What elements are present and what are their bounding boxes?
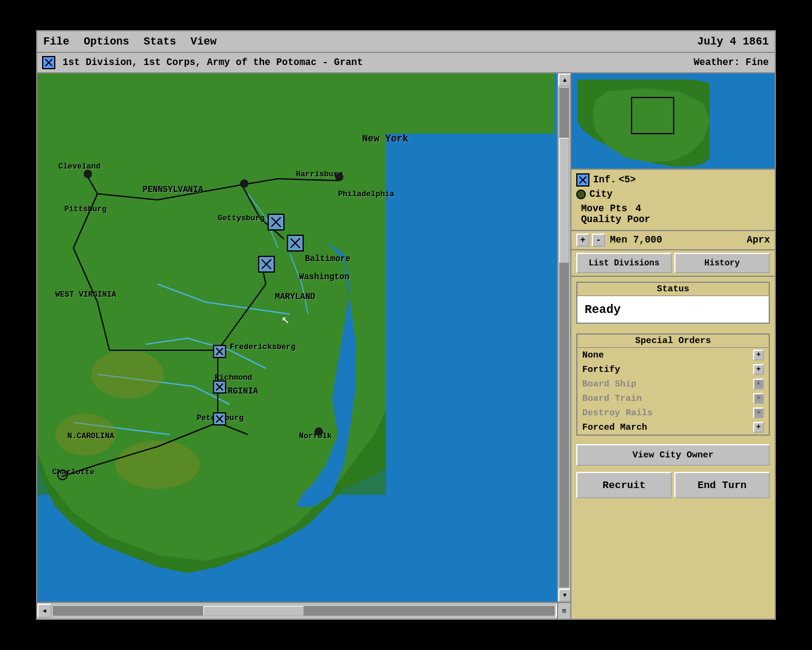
unit-infantry-2[interactable] xyxy=(258,256,275,273)
bottom-btn-row: Recruit End Turn xyxy=(576,472,770,498)
order-label-3: Board Train xyxy=(582,394,642,404)
plus-btn[interactable]: + xyxy=(576,234,589,247)
status-section: Status Ready xyxy=(576,282,770,324)
order-row-3: Board Train+ xyxy=(577,391,769,406)
right-panel: Inf. <5> City Move Pts 4 Quality Poor xyxy=(570,73,775,619)
svg-point-6 xyxy=(55,413,115,456)
list-divisions-btn[interactable]: List Divisions xyxy=(576,253,672,273)
menu-stats[interactable]: Stats xyxy=(144,36,176,48)
menu-view[interactable]: View xyxy=(191,36,217,48)
inf-value: <5> xyxy=(618,175,636,185)
svg-point-7 xyxy=(115,441,200,489)
unit-title: 1st Division, 1st Corps, Army of the Pot… xyxy=(42,56,363,69)
unit-inf-icon xyxy=(576,173,589,187)
svg-rect-28 xyxy=(710,79,775,169)
unit-infantry-5[interactable] xyxy=(213,380,226,394)
corner-resize-box[interactable]: ⊞ xyxy=(557,602,570,619)
move-pts-value: 4 xyxy=(635,203,641,214)
weather-display: Weather: Fine xyxy=(694,57,769,68)
scroll-left-btn[interactable]: ◄ xyxy=(37,604,52,618)
city-cleveland xyxy=(84,170,92,178)
city-label: City xyxy=(589,189,612,200)
history-btn[interactable]: History xyxy=(674,253,770,273)
menu-file[interactable]: File xyxy=(43,36,69,48)
map-svg xyxy=(37,73,570,619)
order-label-4: Destroy Rails xyxy=(582,408,653,418)
special-orders-title: Special Orders xyxy=(577,335,769,348)
h-scroll-track xyxy=(53,606,555,616)
unit-name-label: 1st Division, 1st Corps, Army of the Pot… xyxy=(63,57,363,68)
recruit-btn[interactable]: Recruit xyxy=(576,472,672,498)
buttons-row: List Divisions History xyxy=(571,250,775,277)
order-row-2: Board Ship+ xyxy=(577,377,769,391)
order-btn-4: + xyxy=(753,407,764,418)
order-btn-3: + xyxy=(753,393,764,404)
v-scroll-track xyxy=(559,88,569,587)
main-content: New York PENNSYLVANIA Philadelphia Harri… xyxy=(37,73,775,619)
city-row: City xyxy=(576,189,770,200)
unit-infantry-4[interactable] xyxy=(213,345,226,358)
menu-options[interactable]: Options xyxy=(84,36,129,48)
inf-label: Inf. xyxy=(593,175,616,185)
order-btn-0[interactable]: + xyxy=(753,350,764,361)
map-area[interactable]: New York PENNSYLVANIA Philadelphia Harri… xyxy=(37,73,570,619)
unit-infantry-3[interactable] xyxy=(268,214,285,231)
order-row-5[interactable]: Forced March+ xyxy=(577,420,769,435)
title-bar: 1st Division, 1st Corps, Army of the Pot… xyxy=(37,53,775,73)
order-label-0: None xyxy=(582,350,604,361)
unit-icon xyxy=(42,56,55,69)
view-city-owner-btn[interactable]: View City Owner xyxy=(576,444,770,466)
scroll-down-btn[interactable]: ▼ xyxy=(558,589,570,602)
order-row-1[interactable]: Fortify+ xyxy=(577,362,769,377)
city-icon xyxy=(576,190,586,199)
h-scrollbar: ◄ ► xyxy=(37,602,570,619)
game-window: File Options Stats View July 4 1861 1st … xyxy=(36,30,776,620)
move-pts-label: Move Pts xyxy=(581,203,627,214)
special-orders-section: Special Orders None+Fortify+Board Ship+B… xyxy=(576,333,770,436)
men-aprx: Aprx xyxy=(747,235,770,246)
move-quality: Move Pts 4 Quality Poor xyxy=(576,202,770,226)
order-label-1: Fortify xyxy=(582,365,620,375)
status-value: Ready xyxy=(577,296,769,323)
mini-map[interactable] xyxy=(571,73,775,170)
men-label: Men xyxy=(610,235,627,246)
quality-label: Quality Poor xyxy=(581,214,650,225)
order-row-0[interactable]: None+ xyxy=(577,348,769,362)
v-scrollbar: ▲ ▼ xyxy=(557,73,570,602)
order-label-5: Forced March xyxy=(582,422,647,433)
order-label-2: Board Ship xyxy=(582,379,636,389)
order-row-4: Destroy Rails+ xyxy=(577,406,769,420)
h-scroll-thumb[interactable] xyxy=(203,606,304,616)
date-display: July 4 1861 xyxy=(697,36,769,48)
order-btn-1[interactable]: + xyxy=(753,364,764,375)
inf-row: Inf. <5> xyxy=(576,173,770,187)
city-norfolk xyxy=(315,427,323,436)
minus-btn[interactable]: - xyxy=(592,234,605,247)
men-count: 7,000 xyxy=(633,235,662,246)
unit-infantry-1[interactable] xyxy=(287,235,304,252)
end-turn-btn[interactable]: End Turn xyxy=(674,472,770,498)
order-btn-5[interactable]: + xyxy=(753,422,764,433)
status-title: Status xyxy=(577,283,769,296)
men-row: + - Men 7,000 Aprx xyxy=(571,231,775,250)
svg-rect-4 xyxy=(386,134,555,619)
unit-infantry-6[interactable] xyxy=(213,412,226,426)
order-btn-2: + xyxy=(753,379,764,389)
svg-point-5 xyxy=(91,350,164,398)
city-dot-inner xyxy=(579,192,583,197)
city-charlotte xyxy=(57,469,68,480)
v-scroll-thumb[interactable] xyxy=(559,138,569,263)
unit-info: Inf. <5> City Move Pts 4 Quality Poor xyxy=(571,170,775,231)
scroll-up-btn[interactable]: ▲ xyxy=(558,73,570,87)
city-philadelphia xyxy=(335,173,343,181)
city-harrisburg xyxy=(240,179,248,188)
menu-bar: File Options Stats View July 4 1861 xyxy=(37,31,775,53)
orders-container: None+Fortify+Board Ship+Board Train+Dest… xyxy=(577,348,769,435)
